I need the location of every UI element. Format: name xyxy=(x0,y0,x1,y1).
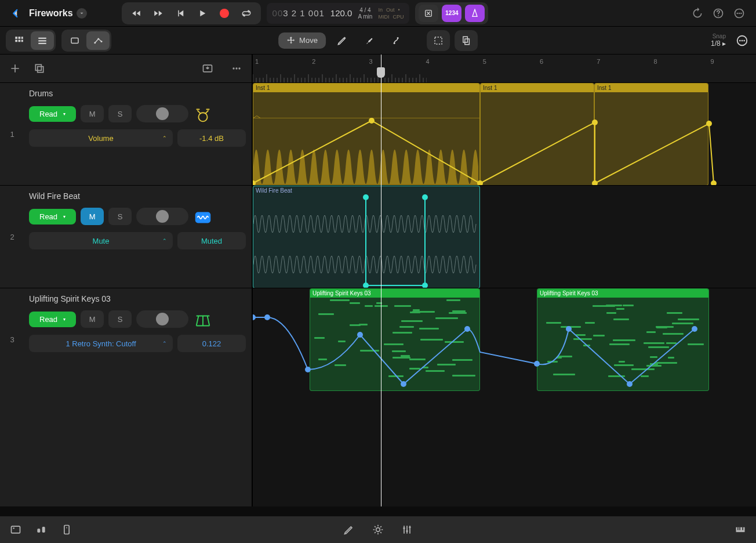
toolbar-right-pills: 1234 xyxy=(415,2,488,24)
mute-button[interactable]: M xyxy=(81,208,104,225)
brush-tool[interactable] xyxy=(358,30,381,51)
svg-point-26 xyxy=(742,39,743,41)
track-header-3[interactable]: 3 Uplifting Spirit Keys 03 Read▾ M S 1 R… xyxy=(0,288,252,390)
lane-3[interactable]: Uplifting Spirit Keys 03 Uplifting Spiri… xyxy=(253,288,756,390)
svg-point-27 xyxy=(743,39,745,41)
record-button[interactable] xyxy=(215,5,234,22)
automation-mode-button[interactable]: Read▾ xyxy=(29,209,76,225)
editor-pencil-button[interactable] xyxy=(343,523,355,536)
svg-point-208 xyxy=(376,528,380,532)
forward-button[interactable] xyxy=(148,5,168,22)
editor-settings-button[interactable] xyxy=(372,523,384,536)
add-track-button[interactable] xyxy=(8,61,22,75)
view-grid-button[interactable] xyxy=(8,31,31,50)
snap-value[interactable]: 1/8 ▸ xyxy=(711,39,726,48)
track-header-2[interactable]: 2 Wild Fire Beat Read▾ M S Mute⌃ Muted xyxy=(0,185,252,288)
svg-point-25 xyxy=(739,39,741,41)
pan-knob[interactable] xyxy=(136,208,188,225)
lcd-display[interactable]: 003 2 1 001 120.0 4 / 4 A min InOut• MID… xyxy=(267,3,410,24)
svg-point-31 xyxy=(232,67,234,69)
project-title-dropdown[interactable]: Fireworks xyxy=(29,8,87,19)
svg-rect-206 xyxy=(64,526,69,534)
solo-button[interactable]: S xyxy=(108,310,132,328)
more-menu-button[interactable] xyxy=(733,7,746,20)
lane-1[interactable]: Inst 1 Inst 1 Inst 1 xyxy=(253,82,756,185)
time-ruler[interactable]: 123456789 xyxy=(253,55,756,82)
bottom-bar xyxy=(0,516,756,543)
svg-rect-10 xyxy=(19,39,21,42)
svg-point-193 xyxy=(264,314,270,320)
notepad-button[interactable] xyxy=(60,523,73,536)
track-name[interactable]: Drums xyxy=(29,89,246,98)
region-inst1-b[interactable]: Inst 1 xyxy=(480,83,594,186)
svg-rect-205 xyxy=(42,527,45,533)
rewind-button[interactable] xyxy=(126,5,146,22)
pencil-tool[interactable] xyxy=(330,30,354,51)
track-name[interactable]: Uplifting Spirit Keys 03 xyxy=(29,294,246,303)
lane-2[interactable]: Wild Fire Beat xyxy=(253,185,756,288)
play-button[interactable] xyxy=(192,5,212,22)
track-index: 3 xyxy=(0,288,24,390)
track-index: 2 xyxy=(0,186,24,288)
back-button[interactable] xyxy=(6,5,26,22)
pan-knob[interactable] xyxy=(136,310,188,328)
svg-point-20 xyxy=(397,37,398,39)
svg-rect-204 xyxy=(37,528,40,533)
mute-button[interactable]: M xyxy=(81,105,104,122)
curve-tool[interactable] xyxy=(386,30,409,51)
live-loops-button[interactable] xyxy=(9,523,22,536)
svg-point-19 xyxy=(393,42,395,44)
arrangement-area[interactable]: 123456789 Inst 1 xyxy=(253,55,756,506)
undo-history-button[interactable] xyxy=(691,7,704,20)
copy-tool[interactable] xyxy=(455,30,478,51)
pointer-tool-move[interactable]: Move xyxy=(278,32,326,49)
cycle-button[interactable] xyxy=(237,5,256,22)
region-wildfire[interactable]: Wild Fire Beat xyxy=(253,186,480,288)
marquee-tool[interactable] xyxy=(427,30,450,51)
duplicate-track-button[interactable] xyxy=(32,61,46,75)
automation-param-select[interactable]: Mute⌃ xyxy=(29,232,173,249)
automation-param-select[interactable]: 1 Retro Synth: Cutoff⌃ xyxy=(29,335,173,352)
automation-param-select[interactable]: Volume⌃ xyxy=(29,129,173,147)
region-keys-b[interactable]: Uplifting Spirit Keys 03 xyxy=(537,288,709,391)
region-inst1-c[interactable]: Inst 1 xyxy=(594,83,708,186)
playhead-handle[interactable] xyxy=(377,67,385,78)
automation-mode-button[interactable]: Read▾ xyxy=(29,106,76,122)
view-tracks-button[interactable] xyxy=(31,31,54,50)
bar-label: 1 xyxy=(255,58,259,65)
import-button[interactable] xyxy=(201,61,215,75)
editor-faders-button[interactable] xyxy=(401,523,413,536)
drumkit-icon xyxy=(193,105,213,125)
lcd-tempo: 120.0 xyxy=(330,8,352,18)
tuner-button[interactable] xyxy=(419,5,438,22)
count-in-button[interactable]: 1234 xyxy=(442,5,461,22)
automation-value[interactable]: 0.122 xyxy=(177,335,246,352)
automation-mode-button[interactable]: Read▾ xyxy=(29,312,76,327)
automation-value[interactable]: Muted xyxy=(177,232,246,249)
automation-view-button[interactable] xyxy=(86,31,110,50)
track-index: 1 xyxy=(0,83,24,185)
track-name[interactable]: Wild Fire Beat xyxy=(29,191,246,201)
mixer-button[interactable] xyxy=(35,523,48,536)
toolbar-more-button[interactable] xyxy=(734,32,750,49)
svg-point-5 xyxy=(740,12,742,14)
keys-icon xyxy=(193,310,213,330)
region-inst1-a[interactable]: Inst 1 xyxy=(253,83,480,186)
track-header-1[interactable]: 1 Drums Read▾ M S Volume⌃ -1.4 dB xyxy=(0,82,252,185)
solo-button[interactable]: S xyxy=(108,105,132,122)
metronome-button[interactable] xyxy=(465,5,485,22)
playhead[interactable] xyxy=(381,55,381,506)
track-header-more-button[interactable] xyxy=(230,61,243,75)
region-keys-a[interactable]: Uplifting Spirit Keys 03 xyxy=(310,288,480,391)
help-button[interactable] xyxy=(712,7,725,20)
keyboard-button[interactable] xyxy=(734,523,747,536)
go-to-start-button[interactable] xyxy=(170,5,190,22)
solo-button[interactable]: S xyxy=(108,208,132,225)
bar-label: 6 xyxy=(540,58,543,65)
automation-value[interactable]: -1.4 dB xyxy=(177,129,246,147)
mute-button[interactable]: M xyxy=(81,310,104,328)
bar-label: 2 xyxy=(312,58,315,65)
region-view-button[interactable] xyxy=(63,31,86,50)
pan-knob[interactable] xyxy=(136,105,188,122)
chevron-down-icon xyxy=(77,8,87,19)
